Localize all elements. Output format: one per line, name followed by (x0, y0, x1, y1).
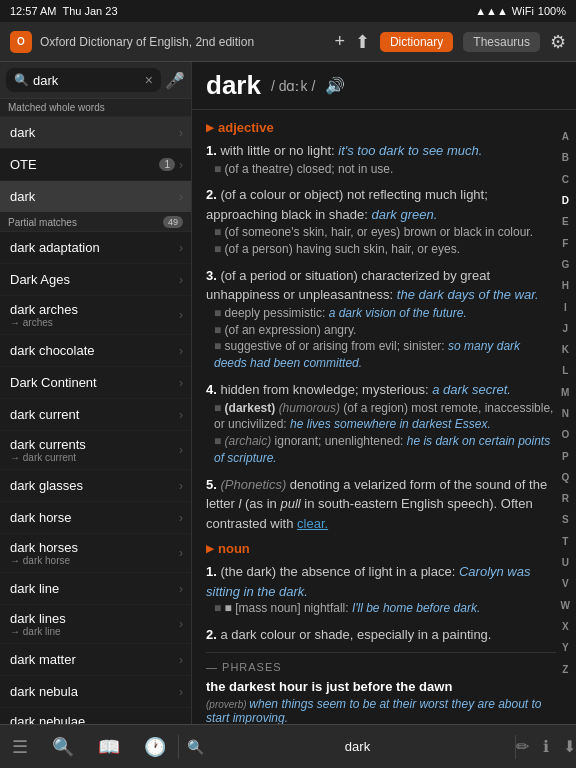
bottom-bar: ☰ 🔍 📖 🕐 🔍 dark ✏ ℹ ⬇ (0, 724, 576, 768)
alpha-w[interactable]: W (557, 599, 574, 612)
plus-icon[interactable]: + (334, 31, 345, 52)
matched-header: Matched whole words (0, 99, 191, 117)
alpha-k[interactable]: K (557, 343, 574, 356)
search-input[interactable] (33, 73, 141, 88)
chevron-icon: › (179, 685, 183, 699)
alpha-m[interactable]: M (557, 386, 574, 399)
search-bar: 🔍 × 🎤 (0, 62, 191, 99)
item-text: Dark Ages (10, 272, 70, 287)
alpha-u[interactable]: U (557, 556, 574, 569)
download-icon[interactable]: ⬇ (563, 737, 576, 756)
alpha-t[interactable]: T (557, 535, 574, 548)
search-mic-icon[interactable]: 🎤 (165, 71, 185, 90)
alpha-b[interactable]: B (557, 151, 574, 164)
item-text: dark horses (10, 540, 78, 555)
list-item[interactable]: Dark Ages › (0, 264, 191, 296)
chevron-icon: › (179, 720, 183, 724)
chevron-icon: › (179, 546, 183, 560)
list-item[interactable]: dark currents → dark current › (0, 431, 191, 470)
list-item[interactable]: dark › (0, 117, 191, 149)
list-item[interactable]: dark glasses › (0, 470, 191, 502)
share-icon[interactable]: ⬆ (355, 31, 370, 53)
list-item[interactable]: dark chocolate › (0, 335, 191, 367)
item-text: dark line (10, 581, 59, 596)
alpha-a[interactable]: A (557, 130, 574, 143)
alpha-o[interactable]: O (557, 428, 574, 441)
alpha-d[interactable]: D (557, 194, 574, 207)
alpha-c[interactable]: C (557, 173, 574, 186)
chevron-icon: › (179, 443, 183, 457)
alpha-f[interactable]: F (557, 237, 574, 250)
list-item[interactable]: dark horses → dark horse › (0, 534, 191, 573)
list-item[interactable]: OTE 1 › (0, 149, 191, 181)
search-clear-icon[interactable]: × (145, 72, 153, 88)
app-title: Oxford Dictionary of English, 2nd editio… (40, 35, 326, 49)
list-item[interactable]: dark matter › (0, 644, 191, 676)
chevron-icon: › (179, 126, 183, 140)
list-item[interactable]: dark › (0, 181, 191, 213)
alpha-j[interactable]: J (557, 322, 574, 335)
list-item[interactable]: dark nebulae → dark nebula › (0, 708, 191, 724)
def-text: hidden from knowledge; mysterious: (220, 382, 432, 397)
word-header: dark / dɑːk / 🔊 (192, 62, 576, 110)
def-link[interactable]: clear. (297, 516, 328, 531)
chevron-icon: › (179, 273, 183, 287)
bookmarks-button[interactable]: 📖 (86, 732, 132, 762)
chevron-icon: › (179, 511, 183, 525)
alpha-x[interactable]: X (557, 620, 574, 633)
alpha-q[interactable]: Q (557, 471, 574, 484)
alpha-l[interactable]: L (557, 364, 574, 377)
speaker-icon[interactable]: 🔊 (325, 76, 345, 95)
alpha-e[interactable]: E (557, 215, 574, 228)
book-icon: 📖 (98, 736, 120, 758)
history-button[interactable]: 🕐 (132, 732, 178, 762)
partial-header: Partial matches 49 (0, 213, 191, 232)
def-italic: it's too dark to see much. (338, 143, 482, 158)
list-item[interactable]: dark adaptation › (0, 232, 191, 264)
alpha-n[interactable]: N (557, 407, 574, 420)
def-num: 2. (206, 187, 220, 202)
chevron-icon: › (179, 190, 183, 204)
list-item[interactable]: Dark Continent › (0, 367, 191, 399)
search-button[interactable]: 🔍 (40, 732, 86, 762)
alpha-y[interactable]: Y (557, 641, 574, 654)
alpha-h[interactable]: H (557, 279, 574, 292)
settings-icon[interactable]: ⚙ (550, 31, 566, 53)
alpha-i[interactable]: I (557, 301, 574, 314)
alpha-s[interactable]: S (557, 513, 574, 526)
dictionary-tab[interactable]: Dictionary (380, 32, 453, 52)
signal-icon: ▲▲▲ (475, 5, 508, 17)
battery: 100% (538, 5, 566, 17)
alpha-g[interactable]: G (557, 258, 574, 271)
list-item[interactable]: dark line › (0, 573, 191, 605)
thesaurus-tab[interactable]: Thesaurus (463, 32, 540, 52)
list-item[interactable]: dark arches → arches › (0, 296, 191, 335)
list-item[interactable]: dark nebula › (0, 676, 191, 708)
phrases-divider (206, 652, 556, 653)
chevron-icon: › (179, 653, 183, 667)
alpha-v[interactable]: V (557, 577, 574, 590)
edit-icon[interactable]: ✏ (516, 737, 529, 756)
menu-button[interactable]: ☰ (0, 732, 40, 762)
item-text: dark glasses (10, 478, 83, 493)
item-text: dark (10, 125, 35, 140)
chevron-icon: › (179, 344, 183, 358)
bottom-word-container: 🔍 dark (178, 735, 516, 759)
def-text: with little or no light: (220, 143, 338, 158)
alpha-r[interactable]: R (557, 492, 574, 505)
list-item[interactable]: dark horse › (0, 502, 191, 534)
def-bullet: suggestive of or arising from evil; sini… (214, 338, 556, 372)
item-sub: → dark current (10, 452, 86, 463)
clock-icon: 🕐 (144, 736, 166, 758)
item-text: dark nebulae (10, 714, 85, 724)
list-item[interactable]: dark lines → dark line › (0, 605, 191, 644)
def-italic: the dark days of the war. (397, 287, 539, 302)
title-bar: O Oxford Dictionary of English, 2nd edit… (0, 22, 576, 62)
item-text: dark currents (10, 437, 86, 452)
partial-badge: 49 (163, 216, 183, 228)
status-bar: 12:57 AM Thu Jan 23 ▲▲▲ WiFi 100% (0, 0, 576, 22)
alpha-z[interactable]: Z (557, 663, 574, 676)
alpha-p[interactable]: P (557, 450, 574, 463)
info-icon[interactable]: ℹ (543, 737, 549, 756)
list-item[interactable]: dark current › (0, 399, 191, 431)
